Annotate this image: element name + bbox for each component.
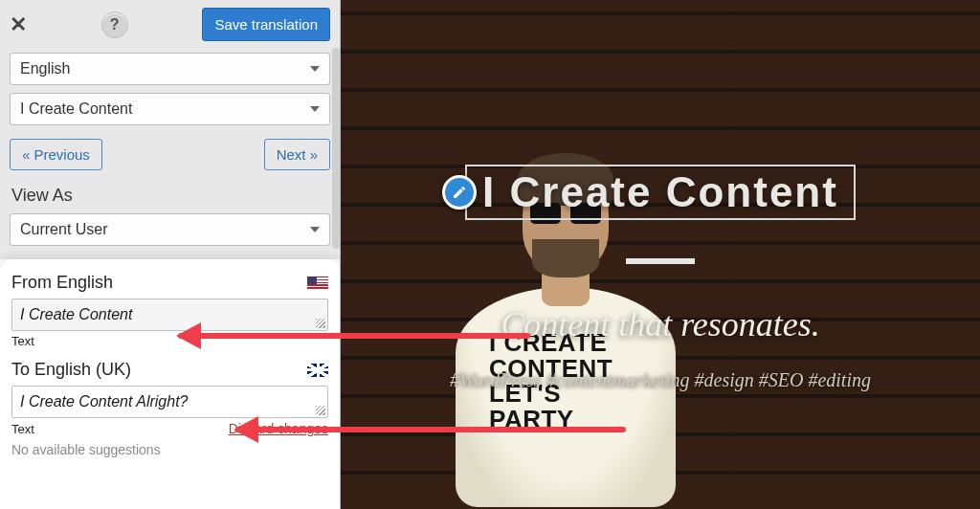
- view-as-select[interactable]: Current User: [10, 213, 330, 246]
- language-select[interactable]: English: [10, 53, 330, 85]
- chevron-down-icon: [310, 66, 320, 72]
- view-as-label: View As: [0, 180, 340, 210]
- resize-grip-icon[interactable]: [316, 406, 325, 415]
- resize-grip-icon[interactable]: [316, 319, 325, 328]
- hero-title: I Create Content: [482, 168, 838, 215]
- nav-row: « Previous Next »: [0, 129, 340, 180]
- translation-editor: From English I Create Content Text To En…: [0, 259, 340, 509]
- no-suggestions-text: No available suggestions: [11, 442, 328, 457]
- hero-hashtags: #WordPress #contentmarketing #design #SE…: [450, 364, 871, 396]
- hero-title-box[interactable]: I Create Content: [465, 165, 856, 220]
- source-text-value: I Create Content: [20, 306, 132, 322]
- view-as-select-value: Current User: [20, 221, 108, 238]
- help-icon[interactable]: ?: [101, 11, 128, 38]
- source-type-label: Text: [11, 334, 328, 348]
- scrollbar[interactable]: [332, 48, 340, 249]
- content-item-select-value: I Create Content: [20, 100, 132, 118]
- hero-tagline: Content that resonates.: [501, 304, 820, 344]
- edit-badge-icon[interactable]: [442, 175, 477, 210]
- to-language-label: To English (UK): [11, 360, 131, 380]
- translation-text-field[interactable]: I Create Content Alright?: [11, 386, 328, 418]
- translation-type-label: Text: [11, 422, 34, 436]
- chevron-down-icon: [310, 227, 320, 232]
- hero-title-wrap: I Create Content: [465, 165, 856, 220]
- flag-us-icon: [307, 277, 328, 290]
- translation-text-value: I Create Content Alright?: [20, 393, 189, 409]
- hero-divider: [626, 258, 695, 264]
- previous-button[interactable]: « Previous: [10, 139, 102, 170]
- chevron-down-icon: [310, 106, 320, 112]
- content-item-select[interactable]: I Create Content: [10, 93, 330, 125]
- live-preview: I CREATE CONTENT LET'S PARTY I Create Co…: [341, 0, 980, 509]
- source-text-field[interactable]: I Create Content: [11, 299, 328, 331]
- hero-content: I Create Content Content that resonates.…: [341, 0, 980, 509]
- topbar: ✕ ? Save translation: [0, 0, 340, 49]
- panel-upper: ✕ ? Save translation English I Create Co…: [0, 0, 340, 259]
- close-icon[interactable]: ✕: [10, 12, 27, 37]
- flag-uk-icon: [307, 364, 328, 377]
- next-button[interactable]: Next »: [264, 139, 330, 170]
- discard-changes-link[interactable]: Discard changes: [229, 421, 328, 436]
- translation-panel: ✕ ? Save translation English I Create Co…: [0, 0, 341, 509]
- language-select-value: English: [20, 60, 70, 77]
- from-language-label: From English: [11, 273, 113, 293]
- save-translation-button[interactable]: Save translation: [202, 8, 330, 41]
